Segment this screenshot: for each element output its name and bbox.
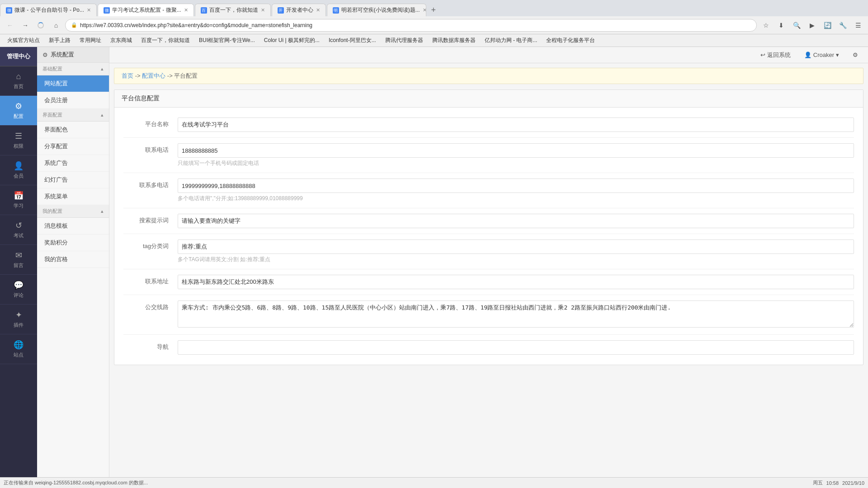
- forward-button[interactable]: →: [19, 19, 32, 32]
- sidebar-item-permissions-label: 权限: [14, 143, 24, 150]
- secondary-item-system-ad[interactable]: 系统广告: [37, 155, 109, 172]
- tab-4[interactable]: 开 开发者中心 ✕: [272, 4, 326, 16]
- contact-phone-input[interactable]: [178, 143, 854, 158]
- bookmark-10[interactable]: 腾讯数据库服务器: [429, 36, 479, 45]
- secondary-item-member-register[interactable]: 会员注册: [37, 92, 109, 109]
- tag-category-label: tag分类词: [123, 239, 178, 250]
- platform-name-input[interactable]: [178, 117, 854, 132]
- sidebar-item-config[interactable]: ⚙ 配置: [0, 96, 37, 126]
- home-button[interactable]: ⌂: [50, 19, 62, 32]
- user-menu-button[interactable]: 👤 Croaker ▾: [800, 50, 844, 60]
- main-content: 首页 -> 配置中心 -> 平台配置 平台信息配置 平台名称: [109, 63, 868, 477]
- menu-button[interactable]: ☰: [852, 19, 864, 32]
- secondary-item-reward-points[interactable]: 奖励积分: [37, 235, 109, 251]
- form-row-bus-route: 公交线路 乘车方式: 市内乘公交5路、6路、8路、9路、10路、15路至人民医院…: [123, 295, 854, 335]
- new-tab-button[interactable]: +: [427, 4, 440, 16]
- bookmark-6[interactable]: BUI框架官网-专注We...: [195, 36, 259, 45]
- contact-phone-hint: 只能填写一个手机号码或固定电话: [178, 160, 854, 167]
- website-config-label: 网站配置: [44, 80, 68, 87]
- secondary-item-slideshow-ad[interactable]: 幻灯广告: [37, 172, 109, 188]
- tab-3-close[interactable]: ✕: [261, 7, 265, 13]
- navigation-input[interactable]: [178, 340, 854, 355]
- bookmark-5[interactable]: 百度一下，你就知道: [137, 36, 193, 45]
- reward-points-label: 奖励积分: [44, 239, 68, 246]
- tab-5-title: 明若邪可空疾(小说免费阅读)题...: [341, 6, 420, 14]
- sidebar-item-plugins-label: 插件: [14, 322, 24, 328]
- tools-button[interactable]: 🔧: [836, 19, 849, 32]
- sidebar-item-sites[interactable]: 🌐 站点: [0, 334, 37, 364]
- bookmark-8[interactable]: Iconfont-阿里巴女...: [325, 36, 380, 45]
- bookmark-2[interactable]: 新手上路: [45, 36, 74, 45]
- tab-1-close[interactable]: ✕: [87, 7, 91, 13]
- top-bar: ↩ 返回系统 👤 Croaker ▾ ⚙: [109, 47, 868, 63]
- tab-5[interactable]: 明 明若邪可空疾(小说免费阅读)题... ✕: [327, 4, 426, 16]
- sync-button[interactable]: 🔄: [821, 19, 834, 32]
- browser-tabs: 微 微课 - 公平台自助引导 - Po... ✕ 微 学习考试之系统配置 - 微…: [0, 0, 868, 16]
- tag-category-input[interactable]: [178, 239, 854, 254]
- bookmark-7[interactable]: Color Ui | 极其鲜完的...: [260, 36, 323, 45]
- multiple-phones-input[interactable]: [178, 178, 854, 193]
- bus-route-textarea[interactable]: 乘车方式: 市内乘公交5路、6路、8路、9路、10路、15路至人民医院（中心小区…: [178, 300, 854, 328]
- sidebar-item-sites-label: 站点: [14, 352, 24, 358]
- system-config-label: 系统配置: [51, 51, 74, 59]
- tab-5-close[interactable]: ✕: [423, 7, 426, 13]
- secondary-item-interface-color[interactable]: 界面配色: [37, 122, 109, 138]
- reload-button[interactable]: [34, 19, 47, 32]
- download-button[interactable]: ⬇: [775, 19, 788, 32]
- settings-button[interactable]: ⚙: [848, 50, 863, 60]
- tab-2-title: 学习考试之系统配置 - 微聚...: [112, 6, 181, 14]
- secondary-item-system-menu[interactable]: 系统菜单: [37, 188, 109, 205]
- basic-config-label: 基础配置: [42, 66, 62, 72]
- sidebar-item-messages[interactable]: ✉ 留言: [0, 245, 37, 275]
- breadcrumb-home[interactable]: 首页: [122, 72, 133, 79]
- sidebar-item-exam[interactable]: ↺ 考试: [0, 215, 37, 245]
- secondary-item-share-config[interactable]: 分享配置: [37, 138, 109, 155]
- bookmark-9[interactable]: 腾讯代理服务器: [382, 36, 427, 45]
- basic-config-section[interactable]: 基础配置 ▴: [37, 63, 109, 75]
- sidebar-item-members[interactable]: 👤 会员: [0, 155, 37, 185]
- media-button[interactable]: ▶: [806, 19, 818, 32]
- my-config-section[interactable]: 我的配置 ▴: [37, 205, 109, 218]
- secondary-item-message-template[interactable]: 消息模板: [37, 218, 109, 235]
- status-time: 10:58: [826, 480, 839, 486]
- sidebar-item-learning[interactable]: 📅 学习: [0, 185, 37, 215]
- tab-5-icon: 明: [333, 7, 339, 14]
- status-loading-text: 正在传输来自 weiqing-1255551882.cosbj.myqcloud…: [4, 479, 148, 486]
- bookmark-3[interactable]: 常用网址: [76, 36, 105, 45]
- tab-3[interactable]: 百 百度一下，你就知道 ✕: [195, 4, 271, 16]
- search-hint-input[interactable]: [178, 214, 854, 228]
- bookmark-1[interactable]: 火狐官方站点: [4, 36, 43, 45]
- bookmark-7-label: Color Ui | 极其鲜完的...: [264, 37, 320, 44]
- messages-icon: ✉: [15, 250, 22, 260]
- tab-2-close[interactable]: ✕: [184, 7, 188, 13]
- secondary-item-website-config[interactable]: 网站配置: [37, 75, 109, 92]
- zoom-button[interactable]: 🔍: [790, 19, 803, 32]
- config-icon: ⚙: [15, 101, 22, 111]
- sidebar-item-comments[interactable]: 💬 评论: [0, 275, 37, 305]
- tab-4-close[interactable]: ✕: [316, 7, 320, 13]
- sidebar: 管理中心 ⌂ 首页 ⚙ 配置 ☰ 权限 👤 会员 📅 学习 ↺ 考试 ✉ 留言: [0, 47, 37, 477]
- user-label: Croaker: [813, 52, 834, 58]
- secondary-item-my-palace[interactable]: 我的宫格: [37, 251, 109, 268]
- members-icon: 👤: [14, 161, 24, 171]
- bookmark-11[interactable]: 亿邦动力网 - 电子商...: [481, 36, 541, 45]
- bookmark-4[interactable]: 京东商城: [107, 36, 136, 45]
- return-system-button[interactable]: ↩ 返回系统: [756, 49, 795, 61]
- bookmark-button[interactable]: ☆: [760, 19, 772, 32]
- return-icon: ↩: [760, 52, 765, 58]
- bookmark-12[interactable]: 全程电子化服务平台: [542, 36, 599, 45]
- contact-address-input[interactable]: [178, 275, 854, 289]
- tab-2[interactable]: 微 学习考试之系统配置 - 微聚... ✕: [98, 4, 194, 16]
- breadcrumb-current: 平台配置: [174, 72, 198, 79]
- user-icon: 👤: [804, 52, 811, 58]
- sidebar-item-plugins[interactable]: ✦ 插件: [0, 305, 37, 334]
- breadcrumb-config-center[interactable]: 配置中心: [142, 72, 165, 79]
- system-config-icon: ⚙: [42, 52, 48, 58]
- sidebar-item-home[interactable]: ⌂ 首页: [0, 66, 37, 96]
- back-button[interactable]: ←: [4, 19, 16, 32]
- interface-config-section[interactable]: 界面配置 ▴: [37, 109, 109, 122]
- sidebar-item-permissions[interactable]: ☰ 权限: [0, 126, 37, 155]
- address-bar[interactable]: 🔒 https://we7.00393.cn/web/index.php?sit…: [65, 19, 757, 32]
- tab-4-icon: 开: [278, 7, 284, 14]
- tab-1[interactable]: 微 微课 - 公平台自助引导 - Po... ✕: [0, 4, 97, 16]
